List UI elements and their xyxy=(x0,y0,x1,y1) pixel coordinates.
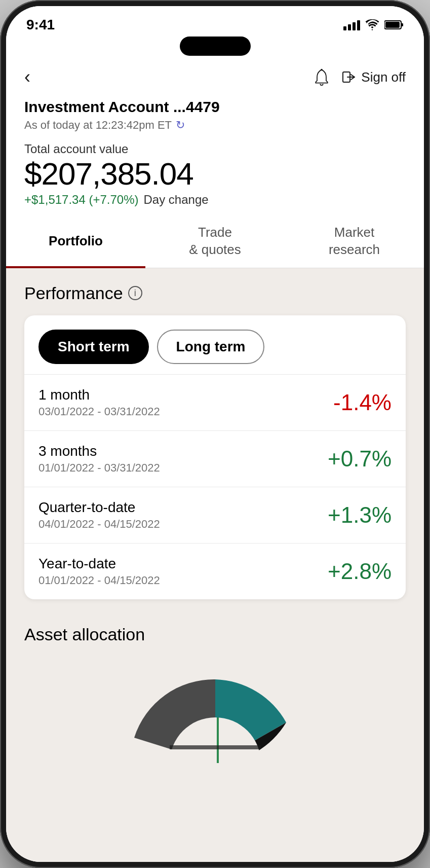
header-actions: Sign off xyxy=(312,68,406,86)
perf-row-left-1month: 1 month 03/01/2022 - 03/31/2022 xyxy=(38,387,160,418)
tab-portfolio[interactable]: Portfolio xyxy=(6,215,145,268)
tab-trade[interactable]: Trade& quotes xyxy=(145,215,285,268)
refresh-icon[interactable]: ↻ xyxy=(176,119,185,132)
app-header: ‹ Sign off xyxy=(6,60,424,94)
perf-value-3months: +0.7% xyxy=(328,446,392,472)
perf-period-qtd: Quarter-to-date xyxy=(38,499,160,516)
svg-point-3 xyxy=(321,69,323,71)
perf-dates-3months: 01/01/2022 - 03/31/2022 xyxy=(38,461,160,475)
performance-row-qtd: Quarter-to-date 04/01/2022 - 04/15/2022 … xyxy=(24,487,406,543)
asset-allocation-title: Asset allocation xyxy=(24,625,406,644)
tab-trade-label: Trade& quotes xyxy=(189,224,241,259)
day-change-value: +$1,517.34 (+7.70%) xyxy=(24,193,139,207)
tab-market-label: Marketresearch xyxy=(329,224,380,259)
tabs-section: Portfolio Trade& quotes Marketresearch xyxy=(6,215,424,268)
notification-icon[interactable] xyxy=(312,68,331,86)
phone-frame: 9:41 xyxy=(0,0,430,868)
performance-info-icon[interactable]: i xyxy=(128,286,142,300)
account-value: $207,385.04 xyxy=(24,158,406,190)
battery-icon xyxy=(384,20,404,30)
svg-rect-1 xyxy=(401,23,403,26)
perf-row-left-ytd: Year-to-date 01/01/2022 - 04/15/2022 xyxy=(38,556,160,587)
account-subtitle-text: As of today at 12:23:42pm ET xyxy=(24,119,172,132)
sign-off-label: Sign off xyxy=(361,69,406,85)
asset-allocation-section: Asset allocation xyxy=(6,609,424,667)
perf-value-qtd: +1.3% xyxy=(328,502,392,528)
svg-rect-8 xyxy=(170,745,261,749)
back-button[interactable]: ‹ xyxy=(24,68,30,86)
account-section: Investment Account ...4479 As of today a… xyxy=(6,94,424,215)
account-subtitle: As of today at 12:23:42pm ET ↻ xyxy=(24,119,406,132)
performance-section: Performance i Short term Long term 1 mon… xyxy=(6,268,424,609)
svg-rect-2 xyxy=(385,22,400,28)
day-change: +$1,517.34 (+7.70%) Day change xyxy=(24,193,406,207)
perf-dates-ytd: 01/01/2022 - 04/15/2022 xyxy=(38,574,160,587)
perf-value-ytd: +2.8% xyxy=(328,559,392,584)
phone-screen: 9:41 xyxy=(6,6,424,862)
bottom-spacer xyxy=(6,778,424,799)
tab-market[interactable]: Marketresearch xyxy=(285,215,424,268)
performance-title-text: Performance xyxy=(24,283,123,303)
perf-value-1month: -1.4% xyxy=(333,390,392,415)
wifi-icon xyxy=(365,19,379,30)
notch-area xyxy=(6,34,424,60)
toggle-row: Short term Long term xyxy=(24,315,406,374)
performance-row-3months: 3 months 01/01/2022 - 03/31/2022 +0.7% xyxy=(24,430,406,487)
chart-container xyxy=(6,667,424,778)
status-bar: 9:41 xyxy=(6,6,424,34)
perf-dates-qtd: 04/01/2022 - 04/15/2022 xyxy=(38,518,160,531)
short-term-button[interactable]: Short term xyxy=(38,330,149,364)
long-term-button[interactable]: Long term xyxy=(157,330,265,364)
day-change-label: Day change xyxy=(144,193,209,207)
asset-donut-chart xyxy=(119,667,311,768)
perf-dates-1month: 03/01/2022 - 03/31/2022 xyxy=(38,405,160,418)
perf-period-3months: 3 months xyxy=(38,443,160,459)
perf-period-1month: 1 month xyxy=(38,387,160,403)
perf-period-ytd: Year-to-date xyxy=(38,556,160,572)
performance-card: Short term Long term 1 month 03/01/2022 … xyxy=(24,315,406,599)
status-icons xyxy=(343,19,404,30)
perf-row-left-3months: 3 months 01/01/2022 - 03/31/2022 xyxy=(38,443,160,475)
perf-row-left-qtd: Quarter-to-date 04/01/2022 - 04/15/2022 xyxy=(38,499,160,531)
main-content: Performance i Short term Long term 1 mon… xyxy=(6,268,424,862)
tab-portfolio-label: Portfolio xyxy=(49,233,103,250)
performance-title: Performance i xyxy=(24,283,406,303)
signal-icon xyxy=(343,19,360,30)
dynamic-island xyxy=(180,37,251,56)
account-title: Investment Account ...4479 xyxy=(24,98,406,116)
performance-row-1month: 1 month 03/01/2022 - 03/31/2022 -1.4% xyxy=(24,374,406,430)
performance-row-ytd: Year-to-date 01/01/2022 - 04/15/2022 +2.… xyxy=(24,543,406,599)
status-time: 9:41 xyxy=(26,17,55,33)
account-value-label: Total account value xyxy=(24,142,406,156)
sign-off-icon xyxy=(341,69,357,85)
sign-off-button[interactable]: Sign off xyxy=(341,69,406,85)
